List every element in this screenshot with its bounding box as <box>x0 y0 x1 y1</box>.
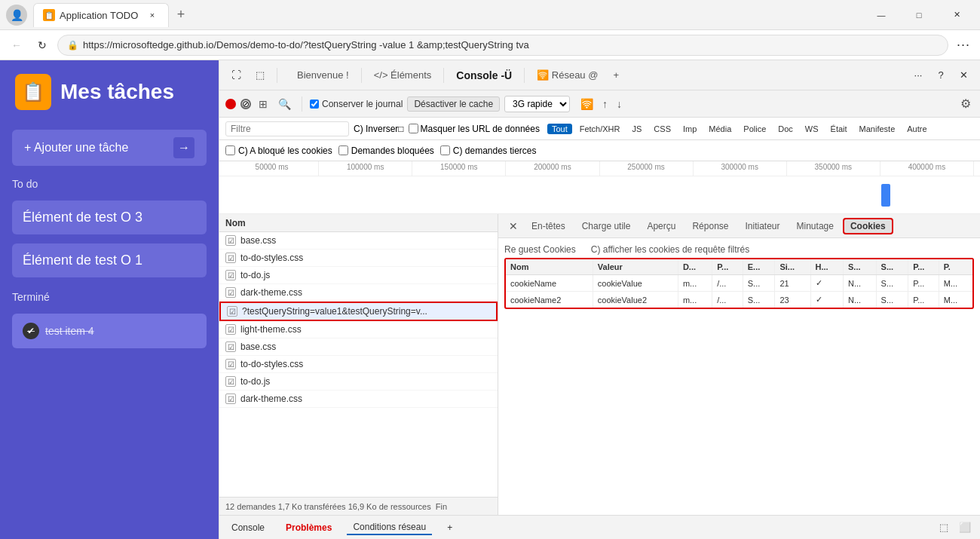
task-item-1[interactable]: Élément de test O 3 <box>12 201 207 234</box>
third-party-checkbox[interactable] <box>440 145 450 155</box>
filter-type-js[interactable]: JS <box>628 124 647 134</box>
task-done-1[interactable]: ✔ test item 4 <box>12 314 207 348</box>
network-settings-btn[interactable]: ⚙ <box>957 93 974 114</box>
blocked-requests-filter[interactable]: Demandes bloquées <box>338 145 434 156</box>
clear-btn[interactable]: ⊘ <box>240 99 251 109</box>
devtools-close-btn[interactable]: ✕ <box>953 65 974 86</box>
close-btn[interactable]: ✕ <box>939 3 974 27</box>
done-check-icon: ✔ <box>23 323 39 339</box>
col-s2: S... <box>876 259 908 275</box>
requests-status-extra: Fin <box>436 502 447 511</box>
col-p2: P... <box>908 259 939 275</box>
add-task-label: + Ajouter une tâche <box>24 141 128 155</box>
throttle-select[interactable]: 3G rapide <box>504 96 570 112</box>
blocked-cookies-checkbox[interactable] <box>225 145 235 155</box>
req-item-4[interactable]: ☑ dark-theme.css <box>219 284 498 302</box>
filter-type-all[interactable]: Tout <box>547 124 572 134</box>
invert-filter-option[interactable]: C) Inverser□ <box>354 124 404 134</box>
requests-scroll[interactable]: ☑ base.css ☑ to-do-styles.css ☑ to-do.js <box>219 232 498 497</box>
filter-type-img[interactable]: Imp <box>678 124 701 134</box>
detail-close-btn[interactable]: ✕ <box>504 217 522 235</box>
cookie-row-1[interactable]: cookieName cookieValue m... /... S... 21… <box>506 275 972 292</box>
tab-bienvenue[interactable]: Bienvenue ! <box>289 66 357 84</box>
req-item-3[interactable]: ☑ to-do.js <box>219 267 498 284</box>
bottom-tab-console[interactable]: Console <box>225 521 271 534</box>
cookie-row-2[interactable]: cookieName2 cookieValue2 m... /... S... … <box>506 292 972 308</box>
third-party-filter[interactable]: C) demandes tierces <box>440 145 537 156</box>
inspect-btn[interactable]: ⛶ <box>225 65 247 86</box>
bottom-actions: ⬚ ⬜ <box>935 519 974 537</box>
filter-type-fetch[interactable]: Fetch/XHR <box>575 124 625 134</box>
req-item-6[interactable]: ☑ light-theme.css <box>219 321 498 338</box>
restore-btn[interactable]: □ <box>902 3 936 27</box>
detail-tab-payload[interactable]: Charge utile <box>574 218 639 234</box>
preserve-log-checkbox[interactable]: Conserver le journal <box>310 99 403 109</box>
lock-icon: 🔒 <box>67 40 78 51</box>
req-item-1[interactable]: ☑ base.css <box>219 232 498 250</box>
filter-type-was[interactable]: Était <box>826 124 852 134</box>
filter-type-media[interactable]: Média <box>704 124 736 134</box>
cookie-1-p3: M... <box>939 275 972 292</box>
cookie-1-e: S... <box>743 275 775 292</box>
req-item-9[interactable]: ☑ to-do.js <box>219 373 498 390</box>
preserve-log-input[interactable] <box>310 100 319 109</box>
req-name-7: base.css <box>240 341 492 352</box>
tab-network[interactable]: 🛜 Réseau @ <box>529 66 605 84</box>
new-tab-btn[interactable]: + <box>169 3 193 27</box>
detail-tab-headers[interactable]: En-têtes <box>524 218 573 234</box>
filter-input[interactable] <box>225 121 349 136</box>
minimize-btn[interactable]: — <box>864 3 899 27</box>
browser-more-btn[interactable]: ··· <box>953 35 974 56</box>
filter-type-other[interactable]: Autre <box>902 124 931 134</box>
detail-tab-cookies[interactable]: Cookies <box>843 218 893 234</box>
back-btn[interactable]: ← <box>6 35 27 56</box>
detail-tab-preview[interactable]: Aperçu <box>639 218 683 234</box>
devtools-more-btn[interactable]: ··· <box>908 65 929 86</box>
search-icon[interactable]: 🔍 <box>275 95 294 113</box>
req-item-2[interactable]: ☑ to-do-styles.css <box>219 250 498 267</box>
filter-type-manifest[interactable]: Manifeste <box>855 124 900 134</box>
detail-tab-response[interactable]: Réponse <box>684 218 736 234</box>
record-btn[interactable] <box>225 99 236 109</box>
tab-console[interactable]: Console -Ü <box>449 66 519 84</box>
disable-cache-btn[interactable]: Désactiver le cache <box>407 96 500 112</box>
wifi-icon[interactable]: 🛜 <box>577 96 596 112</box>
wf-mark-1: 50000 ms <box>225 161 319 176</box>
add-task-btn[interactable]: + Ajouter une tâche → <box>12 130 207 166</box>
device-btn[interactable]: ⬚ <box>250 65 271 86</box>
req-item-8[interactable]: ☑ to-do-styles.css <box>219 356 498 373</box>
blocked-cookies-filter[interactable]: C) A bloqué les cookies <box>225 145 332 156</box>
devtools-tab-more[interactable]: + <box>607 66 625 84</box>
filter-type-ws[interactable]: WS <box>801 124 823 134</box>
filter-type-font[interactable]: Police <box>739 124 770 134</box>
filter-type-css[interactable]: CSS <box>649 124 675 134</box>
devtools-help-btn[interactable]: ? <box>930 65 951 86</box>
window-controls: — □ ✕ <box>864 3 974 27</box>
mask-url-option[interactable]: Masquer les URL de données <box>409 124 540 134</box>
bottom-tab-issues[interactable]: Problèmes <box>280 521 338 534</box>
browser-tab-active[interactable]: 📋 Application TODO × <box>33 3 169 27</box>
dock-btn[interactable]: ⬚ <box>935 519 953 537</box>
req-check-2: ☑ <box>225 253 236 263</box>
undock-btn[interactable]: ⬜ <box>956 519 974 537</box>
detail-tab-initiator[interactable]: Initiateur <box>738 218 788 234</box>
task-item-2[interactable]: Élément de test O 1 <box>12 243 207 277</box>
req-item-7[interactable]: ☑ base.css <box>219 338 498 356</box>
bottom-tab-more[interactable]: + <box>441 521 458 534</box>
blocked-requests-checkbox[interactable] <box>338 145 348 155</box>
url-bar[interactable]: 🔒 https://microsoftedge.github.io/Demos/… <box>57 35 948 56</box>
detail-tab-timing[interactable]: Minutage <box>789 218 841 234</box>
mask-url-label: Masquer les URL de données <box>421 124 540 134</box>
download-icon[interactable]: ↓ <box>614 96 625 112</box>
filter-icon[interactable]: ⊞ <box>256 95 271 113</box>
upload-icon[interactable]: ↑ <box>599 96 611 112</box>
refresh-btn[interactable]: ↻ <box>32 35 53 56</box>
mask-url-checkbox[interactable] <box>409 124 418 133</box>
req-item-5[interactable]: ☑ ?testQueryString=value1&testQueryStrin… <box>219 302 498 321</box>
tab-close-btn[interactable]: × <box>145 8 159 22</box>
req-name-9: to-do.js <box>240 376 492 387</box>
filter-type-doc[interactable]: Doc <box>773 124 798 134</box>
bottom-tab-network-conditions[interactable]: Conditions réseau <box>347 520 432 535</box>
req-item-10[interactable]: ☑ dark-theme.css <box>219 390 498 408</box>
tab-elements[interactable]: </> Éléments <box>366 66 439 84</box>
